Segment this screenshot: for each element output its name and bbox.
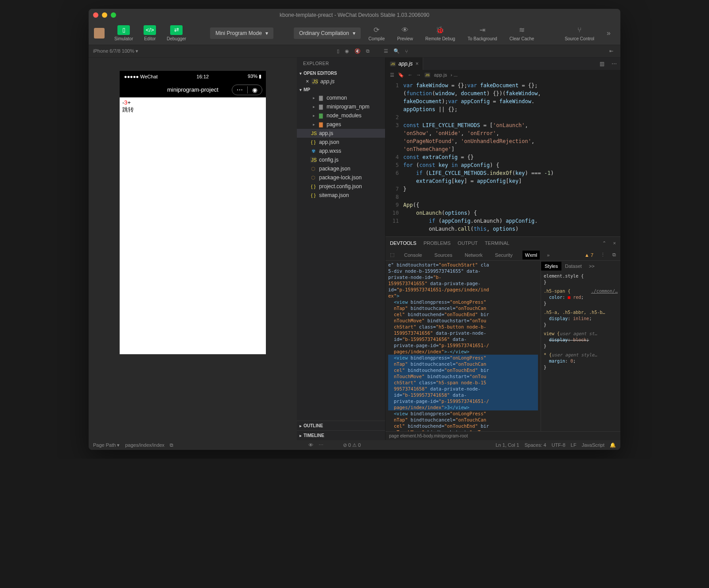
page-path-label[interactable]: Page Path ▾ <box>93 442 120 448</box>
refresh-icon: ⟳ <box>374 25 379 35</box>
chevron-right-icon: ▸ <box>300 424 302 428</box>
target-icon[interactable]: ◉ <box>248 85 262 95</box>
eol[interactable]: LF <box>571 442 577 448</box>
file-item[interactable]: ⬡package.json <box>297 164 385 173</box>
more-icon[interactable]: ⋯ <box>319 442 323 448</box>
compile-button[interactable]: ⟳ Compile <box>364 25 390 41</box>
errors-count[interactable]: ⊘ 0 ⚠ 0 <box>343 442 361 448</box>
folder-item[interactable]: ▸▇node_modules <box>297 111 385 120</box>
kebab-icon[interactable]: ⋮ <box>600 252 605 258</box>
inspect-icon[interactable]: ⬚ <box>390 252 394 258</box>
list-icon[interactable]: ☰ <box>384 48 388 54</box>
compilation-dropdown[interactable]: Ordinary Compilation ▾ <box>294 27 361 39</box>
close-window[interactable] <box>93 12 98 18</box>
page-path[interactable]: pages/index/index <box>125 442 164 448</box>
open-editor-item[interactable]: × JS app.js <box>297 77 385 86</box>
preview-button[interactable]: 👁 Preview <box>393 25 417 41</box>
simulator-icon: ▯ <box>117 25 130 35</box>
more-button[interactable]: » <box>602 28 615 38</box>
wxml-tree[interactable]: e" bindtouchstart="onTouchStart" cla 5-d… <box>386 261 541 431</box>
clear-cache-button[interactable]: ≋ Clear Cache <box>505 25 539 41</box>
phone-body[interactable]: -3+ 跳转 <box>120 97 266 354</box>
to-background-button[interactable]: ⇥ To Background <box>463 25 502 41</box>
more-icon[interactable]: ⋯ <box>608 58 620 70</box>
debugger-toggle[interactable]: ⇄ Debugger <box>163 23 190 43</box>
exit-icon: ⇥ <box>479 25 485 35</box>
code-editor[interactable]: 1 23 456 7891011 var fakeWindow = {};var… <box>386 80 620 236</box>
statusbar: Page Path ▾ pages/index/index ⧉ 👁 ⋯ ⊘ 0 … <box>89 440 620 450</box>
file-item[interactable]: { }app.json <box>297 138 385 147</box>
jump-link[interactable]: 跳转 <box>122 106 263 114</box>
file-item[interactable]: ⬡package-lock.json <box>297 173 385 182</box>
folder-item[interactable]: ▸▇miniprogram_npm <box>297 102 385 111</box>
file-item[interactable]: ✾app.wxss <box>297 147 385 155</box>
back-icon[interactable]: ← <box>408 72 413 77</box>
device-selector[interactable]: iPhone 6/7/8 100% ▾ <box>93 48 138 54</box>
output-tab[interactable]: OUTPUT <box>458 240 478 246</box>
dataset-tab[interactable]: Dataset <box>561 262 585 271</box>
wxml-tab[interactable]: Wxml <box>522 251 540 259</box>
copy-path-icon[interactable]: ⧉ <box>170 442 173 448</box>
nav-capsule[interactable]: ⋯ ◉ <box>232 85 262 95</box>
file-item[interactable]: JSapp.js <box>297 129 385 138</box>
cursor-position[interactable]: Ln 1, Col 1 <box>496 442 519 448</box>
remote-debug-button[interactable]: 🐞 Remote Debug <box>421 25 460 41</box>
simulator-toggle[interactable]: ▯ Simulator <box>111 23 136 43</box>
explorer-pane: EXPLORER ▾ OPEN EDITORS × JS app.js ▾ MP… <box>297 58 386 440</box>
source-control-button[interactable]: ⑂ Source Control <box>560 25 599 41</box>
js-file-icon: JS <box>390 62 396 66</box>
warning-badge[interactable]: ▲ 7 <box>584 252 593 258</box>
simulator-pane: ●●●●● WeChat 16:12 93% ▮ miniprogram-pro… <box>89 58 297 440</box>
record-icon[interactable]: ◉ <box>345 48 349 54</box>
file-item[interactable]: { }project.config.json <box>297 182 385 191</box>
network-tab[interactable]: Network <box>462 251 485 259</box>
js-file-icon: JS <box>312 78 318 85</box>
copy-icon[interactable]: ⧉ <box>366 48 370 54</box>
close-tab-icon[interactable]: × <box>415 61 418 67</box>
minimize-window[interactable] <box>102 12 107 18</box>
file-item[interactable]: { }sitemap.json <box>297 191 385 200</box>
split-editor-icon[interactable]: ▥ <box>596 58 608 70</box>
visibility-icon[interactable]: 👁 <box>308 442 313 448</box>
mode-dropdown[interactable]: Mini Program Mode ▾ <box>210 27 273 39</box>
folder-item[interactable]: ▸▇pages <box>297 120 385 129</box>
console-tab[interactable]: Console <box>401 251 425 259</box>
close-icon[interactable]: × <box>306 78 309 85</box>
more-styles-tab[interactable]: >> <box>585 262 598 271</box>
styles-rules[interactable]: element.style { } .h5-span {./common/… c… <box>541 271 620 372</box>
styles-tab[interactable]: Styles <box>541 262 561 271</box>
chevron-up-icon[interactable]: ⌃ <box>602 240 606 246</box>
list-icon[interactable]: ☰ <box>390 72 394 78</box>
outline-section[interactable]: ▸ OUTLINE <box>297 421 385 430</box>
indent-setting[interactable]: Spaces: 4 <box>525 442 546 448</box>
maximize-window[interactable] <box>111 12 116 18</box>
counter-row: -3+ <box>122 99 263 106</box>
editor-toggle[interactable]: </> Editor <box>140 23 160 43</box>
bookmark-icon[interactable]: 🔖 <box>398 72 404 78</box>
file-item[interactable]: JSconfig.js <box>297 155 385 164</box>
menu-icon[interactable]: ⋯ <box>232 85 247 95</box>
forward-icon[interactable]: → <box>416 72 421 77</box>
search-icon[interactable]: 🔍 <box>393 48 400 54</box>
terminal-tab[interactable]: TERMINAL <box>485 240 510 246</box>
editor-tab-active[interactable]: JS app.js × <box>386 58 423 70</box>
dock-icon[interactable]: ⧉ <box>612 252 616 258</box>
device-icon[interactable]: ▯ <box>337 48 339 54</box>
collapse-icon[interactable]: ⇤ <box>609 48 613 54</box>
root-folder[interactable]: ▾ MP <box>297 86 385 93</box>
close-icon[interactable]: × <box>613 240 616 246</box>
language-mode[interactable]: JavaScript <box>582 442 604 448</box>
encoding[interactable]: UTF-8 <box>552 442 565 448</box>
folder-item[interactable]: ▸▇common <box>297 93 385 102</box>
mute-icon[interactable]: 🔇 <box>354 48 361 54</box>
sources-tab[interactable]: Sources <box>432 251 455 259</box>
more-tabs-icon[interactable]: » <box>547 252 549 258</box>
devtools-tab[interactable]: DEVTOOLS <box>390 240 417 246</box>
problems-tab[interactable]: PROBLEMS <box>424 240 451 246</box>
security-tab[interactable]: Security <box>492 251 515 259</box>
bell-icon[interactable]: 🔔 <box>610 442 616 448</box>
open-editors-section[interactable]: ▾ OPEN EDITORS <box>297 70 385 77</box>
timeline-section[interactable]: ▸ TIMELINE <box>297 430 385 440</box>
avatar[interactable] <box>94 28 105 39</box>
git-icon[interactable]: ⑂ <box>405 49 408 54</box>
